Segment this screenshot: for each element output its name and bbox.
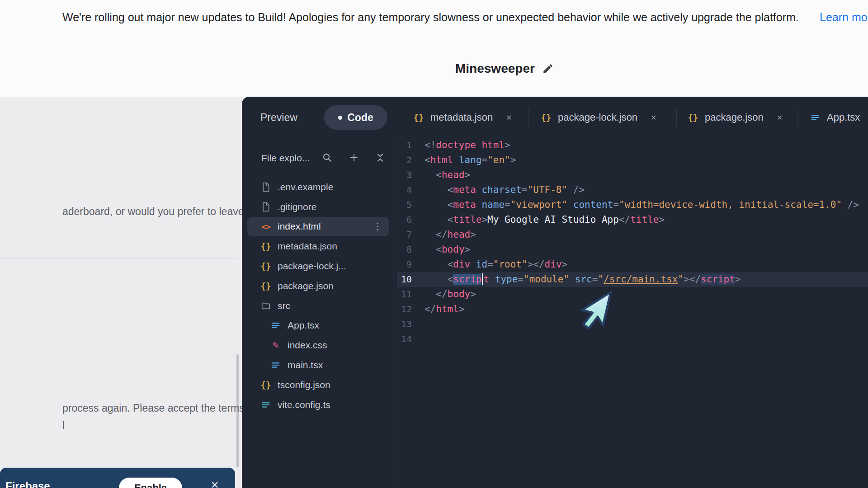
code-line-3[interactable]: 3 <head> (397, 168, 868, 183)
editor-tab-package.json[interactable]: {}package.json✕ (687, 107, 783, 128)
file-row-package-lock.j...[interactable]: {}package-lock.j... (247, 256, 389, 276)
close-icon[interactable]: ✕ (777, 113, 783, 122)
file-name: package-lock.j... (278, 261, 346, 272)
file-row-package.json[interactable]: {}package.json (247, 276, 389, 296)
code-token (425, 289, 436, 300)
file-explorer: File explo... .env.example.gitignore<>in… (242, 134, 397, 488)
code-line-12[interactable]: 12</html> (397, 302, 868, 317)
code-text: <html lang="en"> (415, 153, 516, 168)
file-row-src[interactable]: src (247, 296, 389, 316)
code-token: My Google AI Studio App (487, 214, 619, 225)
code-line-10[interactable]: 10 <script type="module" src="/src/main.… (397, 272, 868, 287)
app-title-bar: Minesweeper (455, 61, 554, 76)
code-text: <div id="root"></div> (415, 257, 567, 272)
code-token: scrip (453, 274, 481, 285)
code-token: < (436, 169, 442, 180)
code-line-8[interactable]: 8 <body> (397, 242, 868, 257)
code-text: <meta name="viewport" content="width=dev… (415, 197, 859, 212)
tab-separator (528, 108, 529, 127)
code-token: "module" (524, 274, 569, 285)
code-token: div (453, 259, 470, 270)
code-line-13[interactable]: 13 (397, 317, 868, 332)
json-file-icon: {} (260, 241, 272, 251)
search-icon[interactable] (322, 152, 333, 163)
line-number: 7 (397, 227, 415, 242)
code-line-9[interactable]: 9 <div id="root"></div> (397, 257, 868, 272)
code-token: > (465, 169, 471, 180)
code-token: /> (848, 199, 859, 210)
code-text (415, 332, 425, 347)
tsx-file-icon (270, 360, 282, 370)
code-token: body (448, 289, 471, 300)
code-token: = (592, 274, 598, 285)
enable-button[interactable]: Enable (119, 478, 182, 488)
file-file-icon (260, 182, 272, 192)
code-line-2[interactable]: 2<html lang="en"> (397, 153, 868, 168)
file-row-.gitignore[interactable]: .gitignore (247, 197, 389, 217)
code-token (567, 199, 573, 210)
editor-tab-App.tsx[interactable]: App.tsx (809, 107, 860, 128)
editor-tab-metadata.json[interactable]: {}metadata.json✕ (413, 107, 512, 128)
file-menu-icon[interactable]: ⋮ (373, 221, 382, 232)
code-token: > (465, 244, 471, 255)
code-token: > (659, 214, 665, 225)
code-token: html (436, 304, 459, 314)
code-token: </ (425, 304, 436, 314)
code-token: body (442, 244, 465, 255)
chat-message-fragment: process again. Please accept the terms (62, 402, 245, 414)
file-row-index.html[interactable]: <>index.html⋮ (247, 217, 389, 237)
tab-label: package-lock.json (558, 112, 637, 123)
tab-label: App.tsx (827, 112, 860, 123)
html-file-icon: <> (260, 222, 272, 231)
add-file-icon[interactable] (349, 152, 359, 163)
learn-more-link[interactable]: Learn more (820, 11, 868, 24)
code-line-5[interactable]: 5 <meta name="viewport" content="width=d… (397, 197, 868, 212)
code-line-14[interactable]: 14 (397, 332, 868, 347)
code-token (476, 184, 482, 195)
code-token: meta (453, 184, 476, 195)
file-row-App.tsx[interactable]: App.tsx (247, 316, 389, 336)
panel-header: Preview Code {}metadata.json✕{}package-l… (242, 97, 868, 134)
close-icon[interactable]: ✕ (211, 479, 219, 488)
file-row-.env.example[interactable]: .env.example (247, 177, 389, 197)
code-text: </html> (415, 302, 465, 317)
line-number: 3 (397, 168, 415, 183)
code-line-11[interactable]: 11 </body> (397, 287, 868, 302)
code-line-7[interactable]: 7 </head> (397, 227, 868, 242)
edit-title-icon[interactable] (542, 63, 554, 75)
file-explorer-search[interactable]: File explo... (261, 153, 310, 164)
code-token: </ (436, 229, 447, 240)
json-file-icon: {} (413, 113, 425, 122)
code-token: > (528, 259, 533, 270)
code-line-4[interactable]: 4 <meta charset="UTF-8" /> (397, 183, 868, 197)
file-row-tsconfig.json[interactable]: {}tsconfig.json (247, 375, 389, 395)
json-file-icon: {} (260, 380, 272, 390)
code-token: title (453, 214, 481, 225)
code-line-6[interactable]: 6 <title>My Google AI Studio App</title> (397, 212, 868, 227)
code-token: name (481, 199, 505, 210)
code-token: t (483, 274, 489, 285)
code-text: </head> (415, 227, 476, 242)
code-token (425, 214, 448, 225)
collapse-all-icon[interactable] (375, 152, 386, 163)
file-row-index.css[interactable]: ✎index.css (247, 335, 389, 355)
code-token: < (448, 274, 453, 285)
code-line-1[interactable]: 1<!doctype html> (397, 138, 868, 153)
chat-message-fragment: l (62, 419, 65, 432)
code-text: <body> (415, 242, 470, 257)
code-token: meta (453, 199, 476, 210)
file-row-main.tsx[interactable]: main.tsx (247, 355, 389, 375)
code-token: > (459, 304, 465, 314)
editor-tab-package-lock.json[interactable]: {}package-lock.json✕ (540, 107, 657, 128)
file-row-vite.config.ts[interactable]: vite.config.ts (247, 395, 389, 415)
code-editor[interactable]: 1<!doctype html>2<html lang="en">3 <head… (397, 134, 868, 488)
close-icon[interactable]: ✕ (651, 113, 656, 122)
code-token: div (545, 259, 562, 270)
code-lines: 1<!doctype html>2<html lang="en">3 <head… (397, 138, 868, 347)
file-name: index.html (278, 221, 321, 232)
line-number: 5 (397, 197, 415, 212)
file-name: index.css (288, 340, 327, 351)
close-icon[interactable]: ✕ (506, 113, 512, 122)
code-token: content (573, 199, 613, 210)
file-row-metadata.json[interactable]: {}metadata.json (247, 236, 389, 256)
